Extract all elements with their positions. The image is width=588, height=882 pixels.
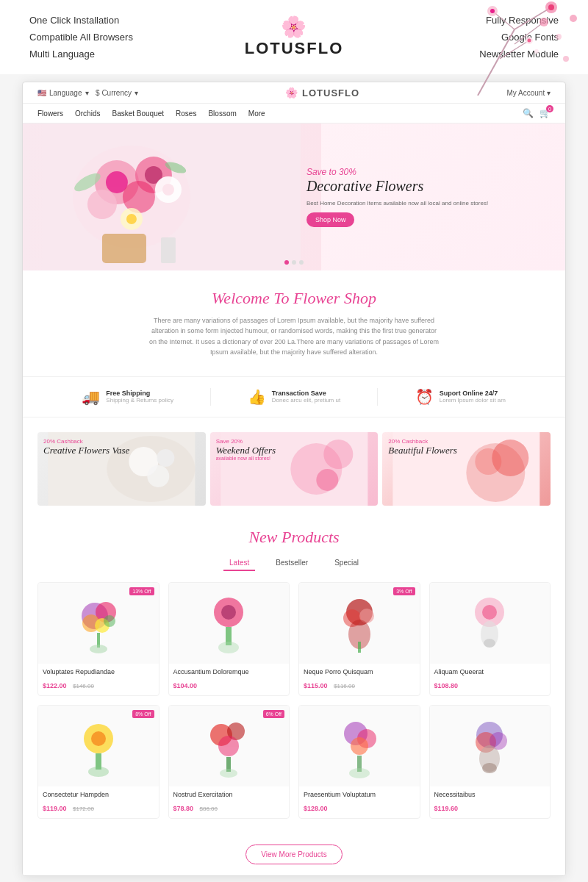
product-image-2 — [169, 583, 290, 664]
tab-latest[interactable]: Latest — [223, 556, 255, 571]
hero-dot-2[interactable] — [292, 260, 296, 265]
product-grid: 13% Off Voluptates Repudiandae $122.00 $… — [37, 582, 551, 819]
promo-text-1: 20% Cashback Creative Flowers Vase — [43, 438, 129, 456]
product-info-8: Necessitaibus $119.60 — [430, 786, 551, 818]
hero-description: Best Home Decoration Items available now… — [306, 199, 551, 207]
promo-card-2[interactable]: Save 20% Weekend Offers available now al… — [210, 432, 379, 506]
svg-point-79 — [220, 769, 237, 778]
hero-banner: Save to 30% Decorative Flowers Best Home… — [23, 123, 565, 270]
cart-icon[interactable]: 🛒0 — [539, 108, 551, 118]
product-price-6: $78.80 — [173, 805, 194, 812]
product-badge-5: 8% Off — [132, 710, 154, 718]
nav-orchids[interactable]: Orchids — [75, 110, 100, 118]
site-topbar: 🇺🇸 Language ▾ $ Currency ▾ 🌸 LOTUSFLO My… — [23, 82, 565, 104]
tab-special[interactable]: Special — [329, 556, 365, 571]
product-name-1: Voluptates Repudiandae — [43, 668, 154, 675]
svg-point-25 — [162, 184, 174, 196]
svg-point-83 — [351, 737, 368, 755]
svg-point-36 — [157, 449, 174, 467]
product-price-row-1: $122.00 $146.00 — [43, 678, 154, 691]
hero-title: Decorative Flowers — [306, 177, 551, 195]
product-card-8[interactable]: Necessitaibus $119.60 — [429, 705, 551, 819]
product-price-row-4: $108.80 — [434, 678, 546, 691]
welcome-title: Welcome To Flower Shop — [52, 289, 536, 308]
promo-name-1: Creative Flowers Vase — [43, 445, 129, 456]
language-selector[interactable]: Language — [49, 89, 82, 97]
nav-flowers[interactable]: Flowers — [37, 110, 63, 118]
svg-rect-63 — [358, 642, 361, 653]
view-more-section: View More Products — [23, 833, 565, 875]
product-card-3[interactable]: 3% Off Neque Porro Quisquam $115.00 $116… — [298, 582, 420, 696]
hero-dot-1[interactable] — [284, 260, 289, 265]
svg-point-57 — [218, 642, 239, 653]
nav-basket-bouquet[interactable]: Basket Bouquet — [112, 110, 164, 118]
product-old-price-5: $172.00 — [73, 806, 94, 812]
search-icon[interactable]: 🔍 — [523, 108, 534, 118]
hero-save-text: Save to 30% — [306, 167, 551, 177]
feature-support: ⏰ Suport Online 24/7 Lorem Ipsum dolor s… — [377, 388, 543, 406]
product-card-4[interactable]: Aliquam Queerat $108.80 — [429, 582, 551, 696]
svg-point-55 — [221, 605, 236, 620]
product-price-5: $119.00 — [43, 805, 67, 812]
promo-card-1[interactable]: 20% Cashback Creative Flowers Vase — [37, 432, 206, 506]
product-info-2: Accusantium Doloremque $104.00 — [169, 664, 290, 695]
currency-selector[interactable]: $ Currency — [96, 89, 132, 97]
hero-shop-now-button[interactable]: Shop Now — [306, 212, 355, 227]
svg-point-22 — [87, 190, 117, 219]
logo-text: LOTUSFLO — [245, 39, 344, 58]
product-price-3: $115.00 — [304, 682, 328, 689]
my-account-link[interactable]: My Account — [507, 89, 545, 97]
svg-point-8 — [490, 9, 495, 13]
nav-more[interactable]: More — [248, 110, 265, 118]
product-price-row-3: $115.00 $116.00 — [304, 678, 415, 691]
product-price-row-6: $78.80 $86.00 — [173, 800, 285, 814]
site-mockup: 🇺🇸 Language ▾ $ Currency ▾ 🌸 LOTUSFLO My… — [22, 82, 566, 876]
product-card-7[interactable]: Praesentium Voluptatum $128.00 — [298, 705, 420, 819]
nav-actions: 🔍 🛒0 — [523, 108, 551, 118]
nav-roses[interactable]: Roses — [176, 110, 196, 118]
site-logo: 🌸 LOTUSFLO — [285, 87, 359, 98]
product-card-5[interactable]: 8% Off Consectetur Hampden $119.00 $172.… — [37, 705, 159, 819]
product-card-2[interactable]: Accusantium Doloremque $104.00 — [168, 582, 290, 696]
features-row: 🚚 Free Shipping Shipping & Returns polic… — [23, 376, 565, 417]
svg-point-13 — [570, 15, 577, 22]
product-card-6[interactable]: 6% Off Nostrud Exercitation $78.80 $86.0… — [168, 705, 290, 819]
product-old-price-1: $146.00 — [73, 683, 94, 689]
product-card-1[interactable]: 13% Off Voluptates Repudiandae $122.00 $… — [37, 582, 159, 696]
promo-tag-3: 20% Cashback — [388, 438, 457, 445]
logo-icon: 🌸 — [245, 15, 344, 39]
site-nav: Flowers Orchids Basket Bouquet Roses Blo… — [23, 104, 565, 123]
promo-text-2: Save 20% Weekend Offers available now al… — [216, 438, 276, 462]
product-price-row-2: $104.00 — [173, 678, 285, 691]
product-info-4: Aliquam Queerat $108.80 — [430, 664, 551, 695]
hero-dot-3[interactable] — [299, 260, 304, 265]
product-name-3: Neque Porro Quisquam — [304, 668, 415, 675]
svg-point-68 — [484, 639, 495, 648]
shipping-desc: Shipping & Returns policy — [106, 397, 173, 404]
product-price-7: $128.00 — [304, 805, 328, 812]
nav-blossom[interactable]: Blossom — [208, 110, 236, 118]
topbar-right: My Account ▾ — [507, 89, 551, 97]
svg-point-73 — [88, 767, 109, 777]
new-products-section: New Products Latest Bestseller Special — [23, 513, 565, 833]
transaction-title: Transaction Save — [272, 390, 340, 397]
welcome-section: Welcome To Flower Shop There are many va… — [23, 270, 565, 369]
tab-bestseller[interactable]: Bestseller — [270, 556, 314, 571]
svg-rect-31 — [161, 237, 176, 263]
svg-point-52 — [90, 645, 107, 653]
product-price-1: $122.00 — [43, 682, 67, 689]
product-info-3: Neque Porro Quisquam $115.00 $116.00 — [299, 664, 420, 695]
topbar-left: 🇺🇸 Language ▾ $ Currency ▾ — [37, 89, 138, 97]
svg-point-50 — [104, 615, 115, 627]
view-more-button[interactable]: View More Products — [245, 845, 342, 864]
feature-shipping: 🚚 Free Shipping Shipping & Returns polic… — [45, 388, 210, 406]
svg-point-91 — [482, 763, 497, 773]
currency-chevron: ▾ — [135, 89, 138, 97]
svg-point-27 — [126, 214, 137, 224]
svg-point-44 — [476, 448, 502, 475]
hero-flower-image — [23, 123, 321, 270]
product-price-row-5: $119.00 $172.00 — [43, 800, 154, 814]
top-right-features: Fully Responsive Google Fonts Newsletter… — [479, 15, 559, 60]
feature-one-click: One Click Installation — [29, 15, 133, 26]
promo-card-3[interactable]: 20% Cashback Beautiful Flowers — [382, 432, 551, 506]
